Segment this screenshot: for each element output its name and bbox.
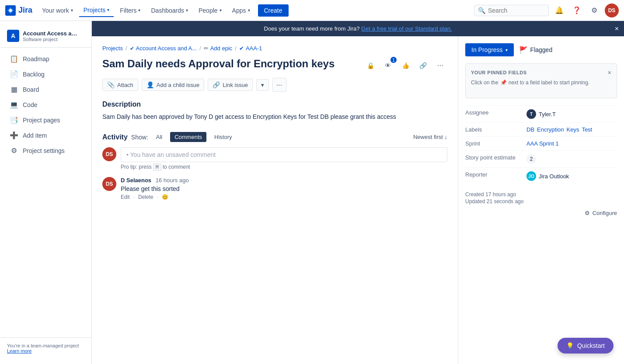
comment-meta-1: D Selaenos 16 hours ago — [121, 177, 189, 184]
sprint-link[interactable]: AAA Sprint 1 — [526, 140, 559, 147]
story-point-value[interactable]: 2 — [526, 154, 536, 164]
sidebar-item-label: Code — [23, 101, 37, 108]
comment-input[interactable]: • You have an unsaved comment — [121, 147, 447, 162]
activity-header: Activity Show: All Comments History Newe… — [102, 132, 447, 142]
activity-sort[interactable]: Newest first ↓ — [413, 134, 447, 140]
assignee-value[interactable]: T Tyler.T — [526, 109, 556, 119]
activity-title: Activity — [102, 133, 128, 141]
project-type: Software project — [23, 37, 80, 42]
board-icon: ▦ — [10, 85, 18, 94]
label-encryption[interactable]: Encryption — [537, 126, 564, 133]
status-button[interactable]: In Progress ▾ — [465, 43, 514, 56]
sidebar-item-backlog[interactable]: 📄 Backlog — [3, 67, 89, 81]
sidebar-item-add-item[interactable]: ➕ Add item — [3, 128, 89, 142]
project-icon: A — [7, 30, 19, 42]
sidebar-project: A Account Access and Ap... Software proj… — [0, 26, 91, 48]
search-box[interactable]: 🔍 — [474, 5, 549, 16]
issue-right-panel: In Progress ▾ 🚩 Flagged YOUR PINNED FIEL… — [458, 36, 624, 364]
create-button[interactable]: Create — [258, 4, 289, 17]
extra-actions-button[interactable]: ⋯ — [272, 78, 286, 92]
link-icon: 🔗 — [213, 81, 220, 88]
activity-show-row: Activity Show: All Comments History — [102, 132, 236, 142]
banner-close-button[interactable]: × — [615, 25, 619, 33]
react-icon-1[interactable]: 😊 — [162, 194, 168, 200]
more-actions-dropdown[interactable]: ▾ — [256, 79, 269, 91]
filter-history-button[interactable]: History — [210, 132, 236, 142]
quickstart-button[interactable]: 💡 Quickstart — [558, 338, 614, 354]
nav-projects[interactable]: Projects ▾ — [79, 4, 114, 17]
project-pages-icon: 📑 — [10, 116, 18, 124]
jira-logo-icon — [5, 5, 16, 16]
dashboards-chevron: ▾ — [186, 8, 188, 13]
trial-link[interactable]: Get a free trial of our Standard plan. — [361, 25, 452, 32]
help-button[interactable]: ❓ — [570, 3, 584, 17]
people-chevron: ▾ — [220, 8, 222, 13]
configure-button[interactable]: ⚙ Configure — [585, 210, 617, 216]
sidebar-item-board[interactable]: ▦ Board — [3, 82, 89, 97]
meta-footer: Created 17 hours ago Updated 21 seconds … — [465, 191, 617, 205]
add-child-issue-button[interactable]: 👤 Add a child issue — [142, 79, 204, 91]
user-avatar[interactable]: DS — [605, 3, 619, 17]
reporter-label: Reporter — [465, 171, 526, 178]
learn-more-link[interactable]: Learn more — [7, 348, 31, 354]
breadcrumb-sep-1: / — [125, 45, 127, 52]
watch-button[interactable]: 👁 1 — [381, 59, 395, 73]
label-keys[interactable]: Keys — [566, 126, 579, 133]
edit-icon: ✏ — [204, 45, 209, 52]
labels-field: Labels DB Encryption Keys Test — [465, 122, 617, 136]
nav-people[interactable]: People ▾ — [194, 4, 226, 17]
share-button[interactable]: 🔗 — [416, 59, 430, 73]
edit-comment-1[interactable]: Edit — [121, 194, 130, 200]
sidebar-item-project-pages[interactable]: 📑 Project pages — [3, 113, 89, 127]
sidebar-item-code[interactable]: 💻 Code — [3, 97, 89, 112]
settings-button[interactable]: ⚙ — [587, 3, 601, 17]
filter-all-button[interactable]: All — [152, 132, 167, 142]
description-section: Description Sam Daily has been approved … — [102, 101, 447, 121]
nav-logo[interactable]: Jira — [5, 5, 32, 16]
breadcrumb-project-link[interactable]: Account Access and A... — [136, 45, 197, 52]
attach-button[interactable]: 📎 Attach — [102, 79, 138, 91]
main-layout: A Account Access and Ap... Software proj… — [0, 21, 624, 364]
description-title: Description — [102, 101, 447, 108]
sidebar-item-project-settings[interactable]: ⚙ Project settings — [3, 143, 89, 158]
label-db[interactable]: DB — [526, 126, 534, 133]
label-test[interactable]: Test — [582, 126, 592, 133]
breadcrumb-sep-2: / — [199, 45, 201, 52]
nav-right: 🔍 🔔 ❓ ⚙ DS — [474, 3, 619, 17]
show-label: Show: — [131, 134, 148, 141]
commenter-avatar-1: DS — [102, 177, 116, 191]
filter-comments-button[interactable]: Comments — [170, 132, 206, 142]
issue-check-icon: ✔ — [239, 45, 244, 52]
pinned-fields-title: YOUR PINNED FIELDS — [471, 70, 527, 75]
reporter-value[interactable]: JO Jira Outlook — [526, 171, 569, 181]
story-point-label: Story point estimate — [465, 154, 526, 161]
issue-main-panel: Projects / ✔ Account Access and A... / ✏… — [92, 36, 458, 364]
current-user-avatar: DS — [102, 147, 116, 161]
breadcrumb-epic-link[interactable]: Add epic — [210, 45, 233, 52]
delete-comment-1[interactable]: Delete — [138, 194, 153, 200]
sidebar-footer: You're in a team-managed project Learn m… — [0, 337, 91, 359]
notifications-button[interactable]: 🔔 — [552, 3, 566, 17]
comment-row: DS D Selaenos 16 hours ago Please get th… — [102, 177, 447, 202]
issue-title: Sam Daily needs Approval for Encryption … — [102, 57, 356, 70]
link-issue-button[interactable]: 🔗 Link issue — [208, 79, 253, 91]
nav-your-work[interactable]: Your work ▾ — [38, 4, 77, 17]
project-settings-icon: ⚙ — [10, 146, 18, 155]
sidebar-item-roadmap[interactable]: 📋 Roadmap — [3, 52, 89, 66]
lock-button[interactable]: 🔒 — [363, 59, 377, 73]
breadcrumb-projects[interactable]: Projects — [102, 45, 123, 52]
thumbsup-button[interactable]: 👍 — [398, 59, 412, 73]
project-info: Account Access and Ap... Software projec… — [23, 30, 80, 42]
pinned-fields-close-button[interactable]: × — [608, 69, 611, 76]
attach-icon: 📎 — [107, 81, 115, 88]
comment-time-1: 16 hours ago — [156, 177, 189, 184]
nav-apps[interactable]: Apps ▾ — [228, 4, 254, 17]
issue-title-row: Sam Daily needs Approval for Encryption … — [102, 57, 447, 73]
labels-value: DB Encryption Keys Test — [526, 126, 592, 133]
nav-filters[interactable]: Filters ▾ — [115, 4, 145, 17]
more-actions-button[interactable]: ⋯ — [433, 59, 447, 73]
nav-dashboards[interactable]: Dashboards ▾ — [146, 4, 192, 17]
issue-title-actions: 🔒 👁 1 👍 🔗 ⋯ — [363, 59, 447, 73]
breadcrumb-issue-link[interactable]: AAA-1 — [246, 45, 262, 52]
search-input[interactable] — [488, 7, 545, 14]
